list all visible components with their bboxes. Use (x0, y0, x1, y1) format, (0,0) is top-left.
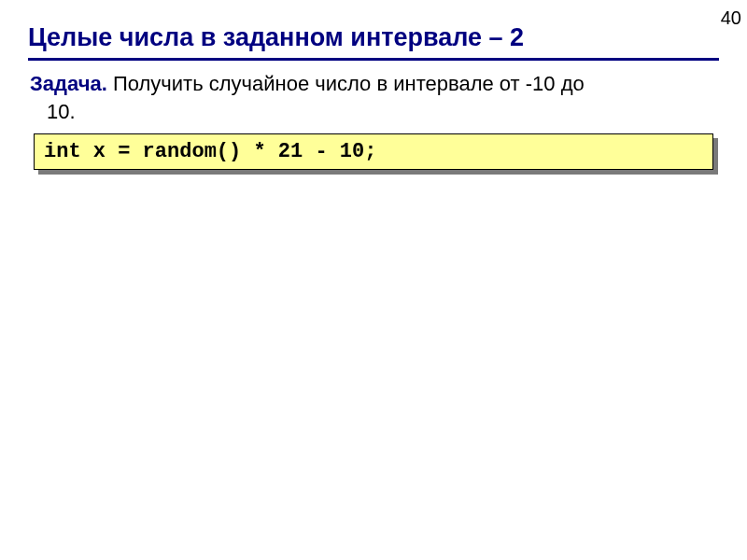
task-body-line2: 10. (30, 98, 719, 126)
code-box: int x = random() * 21 - 10; (34, 133, 713, 170)
code-block: int x = random() * 21 - 10; (34, 133, 713, 170)
task-body-line1: Получить случайное число в интервале от … (107, 72, 585, 95)
page-number: 40 (721, 7, 741, 29)
task-label: Задача. (30, 72, 107, 95)
task-text: Задача. Получить случайное число в интер… (28, 70, 719, 125)
code-text: int x = random() * 21 - 10; (44, 140, 376, 163)
title-divider (28, 58, 719, 61)
slide-title: Целые числа в заданном интервале – 2 (28, 22, 719, 52)
